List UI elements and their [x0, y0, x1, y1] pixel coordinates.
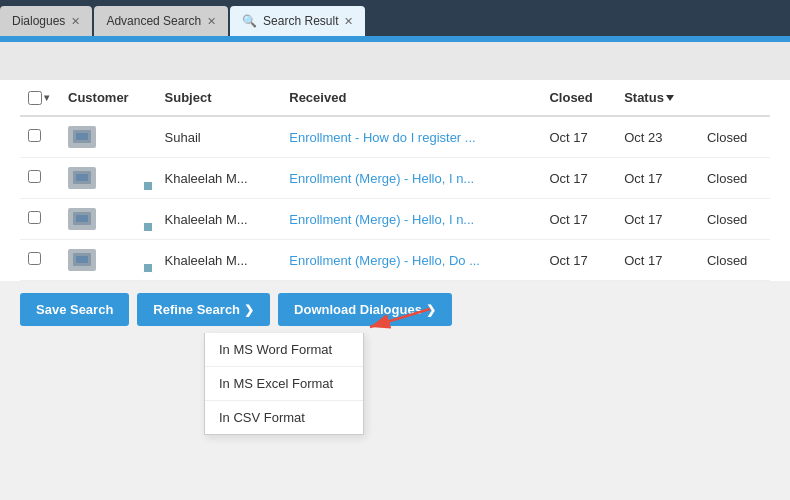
table-row: Khaleelah M...Enrollment (Merge) - Hello… — [20, 158, 770, 199]
row-subject-0[interactable]: Enrollment - How do I register ... — [281, 116, 541, 158]
row-received-3: Oct 17 — [541, 240, 616, 281]
svg-rect-3 — [76, 174, 88, 181]
row-checkbox-2[interactable] — [28, 211, 41, 224]
footer: Save Search Refine Search ❯ Download Dia… — [0, 281, 790, 338]
col-customer: Customer — [60, 80, 157, 116]
col-subject: Subject — [157, 80, 282, 116]
row-avatar-0 — [60, 116, 157, 158]
checkbox-dropdown-icon[interactable]: ▾ — [44, 92, 49, 103]
sub-header — [0, 42, 790, 80]
tab-search-result-label: Search Result — [263, 14, 338, 28]
row-status-3: Closed — [699, 240, 770, 281]
tab-dialogues-close[interactable]: ✕ — [71, 15, 80, 28]
row-subject-1[interactable]: Enrollment (Merge) - Hello, I n... — [281, 158, 541, 199]
search-result-icon: 🔍 — [242, 14, 257, 28]
svg-rect-5 — [76, 215, 88, 222]
download-option-1[interactable]: In MS Excel Format — [205, 367, 363, 401]
refine-search-button[interactable]: Refine Search ❯ — [137, 293, 270, 326]
row-status-1: Closed — [699, 158, 770, 199]
row-avatar-2 — [60, 199, 157, 240]
save-search-button[interactable]: Save Search — [20, 293, 129, 326]
svg-line-9 — [370, 309, 430, 327]
table-row: Khaleelah M...Enrollment (Merge) - Hello… — [20, 199, 770, 240]
avatar-badge-icon — [68, 208, 149, 230]
row-avatar-1 — [60, 158, 157, 199]
row-closed-3: Oct 17 — [616, 240, 699, 281]
main-content: ▾ Customer Subject Received Closed Statu… — [0, 80, 790, 281]
row-subject-3[interactable]: Enrollment (Merge) - Hello, Do ... — [281, 240, 541, 281]
row-customer-1: Khaleelah M... — [157, 158, 282, 199]
row-received-1: Oct 17 — [541, 158, 616, 199]
tab-advanced-search[interactable]: Advanced Search ✕ — [94, 6, 228, 36]
tab-dialogues-label: Dialogues — [12, 14, 65, 28]
tab-search-result-close[interactable]: ✕ — [344, 15, 353, 28]
refine-search-chevron: ❯ — [244, 303, 254, 317]
select-all-checkbox[interactable] — [28, 91, 42, 105]
table-row: Khaleelah M...Enrollment (Merge) - Hello… — [20, 240, 770, 281]
arrow-annotation — [360, 299, 440, 342]
row-subject-2[interactable]: Enrollment (Merge) - Hello, I n... — [281, 199, 541, 240]
row-closed-1: Oct 17 — [616, 158, 699, 199]
results-table: ▾ Customer Subject Received Closed Statu… — [20, 80, 770, 281]
row-checkbox-1[interactable] — [28, 170, 41, 183]
col-status[interactable]: Status — [616, 80, 699, 116]
tab-advanced-search-label: Advanced Search — [106, 14, 201, 28]
row-status-2: Closed — [699, 199, 770, 240]
row-closed-0: Oct 23 — [616, 116, 699, 158]
row-received-2: Oct 17 — [541, 199, 616, 240]
row-checkbox-3[interactable] — [28, 252, 41, 265]
col-closed: Closed — [541, 80, 616, 116]
col-received: Received — [281, 80, 541, 116]
download-option-2[interactable]: In CSV Format — [205, 401, 363, 434]
download-option-0[interactable]: In MS Word Format — [205, 333, 363, 367]
refine-search-label: Refine Search — [153, 302, 240, 317]
table-row: SuhailEnrollment - How do I register ...… — [20, 116, 770, 158]
tab-search-result[interactable]: 🔍 Search Result ✕ — [230, 6, 365, 36]
col-checkbox: ▾ — [20, 80, 60, 116]
row-closed-2: Oct 17 — [616, 199, 699, 240]
row-received-0: Oct 17 — [541, 116, 616, 158]
tab-bar: Dialogues ✕ Advanced Search ✕ 🔍 Search R… — [0, 0, 790, 36]
status-filter-icon[interactable] — [666, 95, 674, 101]
row-avatar-3 — [60, 240, 157, 281]
row-customer-3: Khaleelah M... — [157, 240, 282, 281]
row-customer-2: Khaleelah M... — [157, 199, 282, 240]
row-checkbox-0[interactable] — [28, 129, 41, 142]
download-dropdown-menu: In MS Word FormatIn MS Excel FormatIn CS… — [204, 333, 364, 435]
tab-advanced-search-close[interactable]: ✕ — [207, 15, 216, 28]
avatar-badge-icon — [68, 167, 149, 189]
avatar-icon — [68, 126, 96, 148]
svg-rect-1 — [76, 133, 88, 140]
row-status-0: Closed — [699, 116, 770, 158]
tab-dialogues[interactable]: Dialogues ✕ — [0, 6, 92, 36]
avatar-badge-icon — [68, 249, 149, 271]
row-customer-0: Suhail — [157, 116, 282, 158]
svg-rect-7 — [76, 256, 88, 263]
table-header-row: ▾ Customer Subject Received Closed Statu… — [20, 80, 770, 116]
